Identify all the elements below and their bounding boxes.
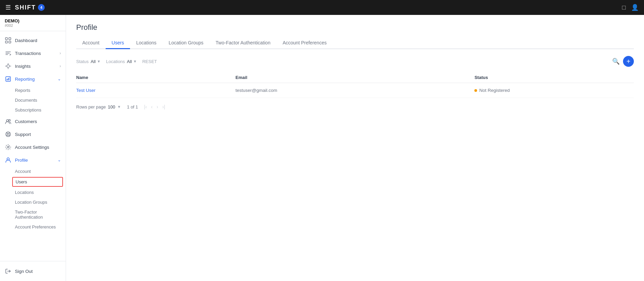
sidebar-item-reports[interactable]: Reports <box>0 85 66 95</box>
rows-per-page-value: 100 <box>108 104 115 109</box>
sidebar: DEMO) #002 Dashboard <box>0 15 66 281</box>
rows-per-page: Rows per page 100 ▼ <box>76 104 121 109</box>
chat-icon[interactable]: □ <box>622 4 626 11</box>
cell-user-email: testuser@gmail.com <box>236 88 475 93</box>
sidebar-item-label-dashboard: Dashboard <box>15 38 61 43</box>
account-num: #002 <box>5 23 61 27</box>
filters-right: 🔍 + <box>612 56 634 67</box>
topbar-left: ☰ SHIFT 4 <box>5 4 45 11</box>
svg-point-7 <box>9 120 10 121</box>
hamburger-icon[interactable]: ☰ <box>5 4 11 11</box>
page-title: Profile <box>76 23 634 32</box>
status-filter-label: Status <box>76 59 89 64</box>
sidebar-item-label-insights: Insights <box>15 64 56 69</box>
page-nav: |‹ ‹ › ›| <box>143 103 167 110</box>
user-icon[interactable]: 👤 <box>631 4 639 11</box>
sidebar-item-label-reporting: Reporting <box>15 77 54 82</box>
sidebar-item-documents[interactable]: Documents <box>0 95 66 105</box>
search-icon[interactable]: 🔍 <box>612 58 620 65</box>
col-header-email: Email <box>236 75 475 80</box>
sidebar-item-label-support: Support <box>15 132 61 137</box>
sidebar-item-locations[interactable]: Locations <box>0 187 66 197</box>
users-table: Name Email Status Test User testuser@gma… <box>76 72 634 98</box>
logo-badge: 4 <box>38 4 45 11</box>
filters-row: Status All ▼ Locations All ▼ RESET 🔍 + <box>76 56 634 67</box>
svg-rect-3 <box>9 41 11 43</box>
customers-icon <box>5 118 12 125</box>
sidebar-item-insights[interactable]: Insights › <box>0 60 66 73</box>
locations-filter-label: Locations <box>106 59 125 64</box>
sidebar-item-label-customers: Customers <box>15 119 61 124</box>
tab-location-groups[interactable]: Location Groups <box>163 37 210 49</box>
svg-rect-0 <box>5 38 7 40</box>
locations-filter: Locations All ▼ <box>106 59 137 64</box>
sidebar-item-label-transactions: Transactions <box>15 51 56 56</box>
sign-out-label: Sign Out <box>15 269 61 274</box>
logo: SHIFT 4 <box>15 4 45 11</box>
sidebar-item-label-account-settings: Account Settings <box>15 145 61 150</box>
main-content: Profile Account Users Locations Location… <box>66 15 644 281</box>
reset-button[interactable]: RESET <box>142 59 157 64</box>
tabs: Account Users Locations Location Groups … <box>76 37 634 49</box>
sidebar-account: DEMO) #002 <box>0 15 66 31</box>
reporting-icon <box>5 76 12 82</box>
account-demo: DEMO) <box>5 18 61 23</box>
sidebar-item-account[interactable]: Account <box>0 166 66 176</box>
col-header-name: Name <box>76 75 236 80</box>
tab-account-preferences[interactable]: Account Preferences <box>277 37 333 49</box>
chevron-down-icon-reporting: ⌄ <box>58 77 61 81</box>
chevron-right-icon: › <box>60 51 61 56</box>
locations-filter-select[interactable]: All ▼ <box>127 59 137 64</box>
status-label: Not Registered <box>479 88 510 93</box>
svg-rect-2 <box>5 41 7 43</box>
tab-two-factor[interactable]: Two-Factor Authentication <box>210 37 277 49</box>
sidebar-item-users[interactable]: Users <box>12 177 63 187</box>
sidebar-item-customers[interactable]: Customers <box>0 115 66 128</box>
sidebar-item-support[interactable]: Support <box>0 128 66 141</box>
add-user-button[interactable]: + <box>623 56 634 67</box>
sidebar-item-subscriptions[interactable]: Subscriptions <box>0 105 66 115</box>
status-filter-value: All <box>91 59 95 64</box>
sidebar-item-transactions[interactable]: Transactions › <box>0 47 66 60</box>
last-page-button[interactable]: ›| <box>161 103 166 110</box>
rows-per-page-label: Rows per page <box>76 104 106 109</box>
sidebar-item-sign-out[interactable]: Sign Out <box>0 265 66 278</box>
page-info: 1 of 1 <box>127 104 138 109</box>
tab-account[interactable]: Account <box>76 37 106 49</box>
profile-icon <box>5 157 12 163</box>
first-page-button[interactable]: |‹ <box>143 103 148 110</box>
sidebar-item-location-groups[interactable]: Location Groups <box>0 197 66 207</box>
prev-page-button[interactable]: ‹ <box>150 103 154 110</box>
insights-icon <box>5 63 12 69</box>
support-icon <box>5 131 12 138</box>
topbar: ☰ SHIFT 4 □ 👤 <box>0 0 644 15</box>
svg-point-10 <box>7 146 9 148</box>
chevron-down-icon-locations: ▼ <box>133 59 137 63</box>
layout: DEMO) #002 Dashboard <box>0 15 644 281</box>
table-row[interactable]: Test User testuser@gmail.com Not Registe… <box>76 83 634 98</box>
chevron-down-icon-rows[interactable]: ▼ <box>117 105 121 109</box>
next-page-button[interactable]: › <box>155 103 160 110</box>
status-filter-select[interactable]: All ▼ <box>91 59 101 64</box>
cell-user-status: Not Registered <box>474 88 634 93</box>
sidebar-item-two-factor[interactable]: Two-Factor Authentication <box>0 207 66 222</box>
profile-subnav: Account Users Locations Location Groups … <box>0 166 66 232</box>
sidebar-item-dashboard[interactable]: Dashboard <box>0 34 66 47</box>
dashboard-icon <box>5 37 12 44</box>
cell-user-name[interactable]: Test User <box>76 88 236 93</box>
reporting-subnav: Reports Documents Subscriptions <box>0 85 66 115</box>
sidebar-bottom: Sign Out <box>0 261 66 281</box>
chevron-right-icon-insights: › <box>60 64 61 68</box>
gear-icon <box>5 144 12 150</box>
tab-locations[interactable]: Locations <box>130 37 163 49</box>
chevron-down-icon-status: ▼ <box>97 59 101 63</box>
table-header: Name Email Status <box>76 72 634 83</box>
sidebar-item-account-settings[interactable]: Account Settings <box>0 141 66 154</box>
tab-users[interactable]: Users <box>106 37 130 49</box>
svg-point-6 <box>6 120 8 122</box>
chevron-down-icon-profile: ⌄ <box>58 158 61 162</box>
sidebar-item-reporting[interactable]: Reporting ⌄ <box>0 73 66 85</box>
sidebar-item-account-preferences[interactable]: Account Preferences <box>0 222 66 232</box>
sidebar-item-profile[interactable]: Profile ⌄ <box>0 154 66 166</box>
logo-text: SHIFT <box>15 4 36 11</box>
